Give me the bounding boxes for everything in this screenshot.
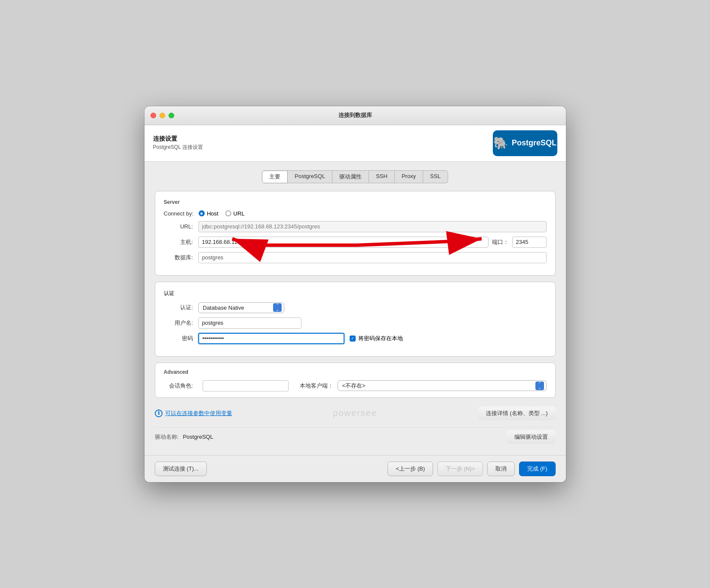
- host-label: 主机:: [164, 238, 198, 246]
- tab-ssl[interactable]: SSL: [423, 170, 448, 183]
- bottom-bar: 测试连接 (T)... <上一步 (B) 下一步 (N)> 取消 完成 (F): [144, 455, 566, 482]
- url-label: URL:: [164, 223, 198, 230]
- bottom-right: <上一步 (B) 下一步 (N)> 取消 完成 (F): [387, 462, 555, 476]
- radio-host-item[interactable]: Host: [199, 210, 218, 217]
- username-input[interactable]: [198, 317, 301, 329]
- auth-select-wrapper: Database Native Kerberos No auth ⌃ ⌄: [198, 302, 284, 313]
- auth-select[interactable]: Database Native Kerberos No auth: [198, 302, 284, 313]
- footer-links: ℹ 可以在连接参数中使用变量 powersee 连接详情 (名称、类型 ...): [155, 404, 556, 423]
- radio-url-label: URL: [234, 210, 245, 217]
- finish-button[interactable]: 完成 (F): [519, 462, 555, 476]
- password-row: 密码 ✓ 将密码保存在本地: [164, 333, 547, 344]
- test-connection-button[interactable]: 测试连接 (T)...: [155, 462, 207, 476]
- check-icon: ✓: [351, 336, 354, 341]
- save-password-row: ✓ 将密码保存在本地: [350, 335, 403, 342]
- tab-main[interactable]: 主要: [262, 170, 288, 183]
- radio-url-circle[interactable]: [225, 210, 231, 216]
- database-label: 数据库:: [164, 254, 198, 262]
- header-section-title: 连接设置: [153, 135, 203, 143]
- connect-by-label: Connect by:: [164, 210, 199, 217]
- connect-by-radio-group: Host URL: [199, 210, 245, 217]
- port-input[interactable]: [512, 237, 547, 248]
- variables-link[interactable]: 可以在连接参数中使用变量: [165, 409, 232, 417]
- close-button[interactable]: [151, 113, 156, 118]
- url-row: URL:: [164, 221, 547, 232]
- tab-ssh[interactable]: SSH: [369, 170, 395, 183]
- username-label: 用户名:: [164, 319, 198, 327]
- tab-proxy[interactable]: Proxy: [395, 170, 423, 183]
- password-input[interactable]: [198, 333, 344, 344]
- connect-by-row: Connect by: Host URL: [164, 210, 547, 217]
- auth-type-row: 认证: Database Native Kerberos No auth ⌃ ⌄: [164, 302, 547, 313]
- watermark: powersee: [333, 408, 377, 418]
- auth-label: 认证:: [164, 304, 198, 311]
- prev-button[interactable]: <上一步 (B): [387, 462, 433, 476]
- local-client-select[interactable]: <不存在>: [338, 380, 547, 391]
- password-label: 密码: [164, 335, 198, 342]
- advanced-section-label: Advanced: [164, 369, 547, 375]
- save-password-label: 将密码保存在本地: [358, 335, 403, 342]
- info-link-row: ℹ 可以在连接参数中使用变量: [155, 409, 232, 417]
- title-bar: 连接到数据库: [144, 106, 566, 125]
- content-area: 主要 PostgreSQL 驱动属性 SSH Proxy SSL Server …: [144, 162, 566, 455]
- auth-section-label: 认证: [164, 290, 547, 297]
- local-client-label: 本地客户端：: [300, 382, 333, 390]
- main-window: 连接到数据库 连接设置 PostgreSQL 连接设置 🐘 PostgreSQL…: [144, 106, 566, 482]
- host-row: 主机: 端口：: [164, 237, 547, 248]
- logo-text: PostgreSQL: [512, 139, 556, 148]
- auth-panel: 认证 认证: Database Native Kerberos No auth …: [155, 282, 556, 357]
- maximize-button[interactable]: [169, 113, 174, 118]
- next-button[interactable]: 下一步 (N)>: [437, 462, 483, 476]
- info-icon: ℹ: [155, 409, 163, 417]
- tab-postgresql[interactable]: PostgreSQL: [288, 170, 332, 183]
- local-client-select-wrapper: <不存在> ⌃⌄: [338, 380, 547, 391]
- host-port-row: 端口：: [198, 237, 547, 248]
- traffic-lights: [151, 113, 174, 118]
- username-row: 用户名:: [164, 317, 547, 329]
- header-left: 连接设置 PostgreSQL 连接设置: [153, 135, 203, 151]
- header-area: 连接设置 PostgreSQL 连接设置 🐘 PostgreSQL: [144, 125, 566, 162]
- cancel-button[interactable]: 取消: [487, 462, 515, 476]
- session-role-label: 会话角色:: [164, 382, 198, 390]
- connection-detail-button[interactable]: 连接详情 (名称、类型 ...): [478, 406, 556, 420]
- tabs-container: 主要 PostgreSQL 驱动属性 SSH Proxy SSL: [155, 170, 556, 183]
- database-row: 数据库:: [164, 252, 547, 263]
- edit-driver-button[interactable]: 编辑驱动设置: [507, 430, 556, 444]
- save-password-checkbox[interactable]: ✓: [350, 336, 356, 342]
- minimize-button[interactable]: [160, 113, 165, 118]
- radio-url-item[interactable]: URL: [225, 210, 245, 217]
- host-input[interactable]: [198, 237, 489, 248]
- server-section-label: Server: [164, 199, 547, 205]
- postgresql-icon: 🐘: [493, 136, 508, 150]
- radio-host-label: Host: [207, 210, 218, 217]
- session-role-input[interactable]: [203, 380, 289, 391]
- port-label: 端口：: [492, 238, 509, 246]
- header-sub-title: PostgreSQL 连接设置: [153, 144, 203, 151]
- window-title: 连接到数据库: [338, 111, 372, 119]
- driver-label: 驱动名称:: [155, 433, 179, 441]
- tab-driver-properties[interactable]: 驱动属性: [332, 170, 369, 183]
- server-panel: Server Connect by: Host URL: [155, 191, 556, 276]
- advanced-row: 会话角色: 本地客户端： <不存在> ⌃⌄: [164, 380, 547, 391]
- header-logo: 🐘 PostgreSQL: [493, 130, 557, 156]
- database-input[interactable]: [198, 252, 547, 263]
- driver-row: 驱动名称: PostgreSQL 编辑驱动设置: [155, 427, 556, 446]
- driver-name: PostgreSQL: [183, 434, 502, 440]
- url-input[interactable]: [198, 221, 547, 232]
- bottom-left: 测试连接 (T)...: [155, 462, 207, 476]
- advanced-panel: Advanced 会话角色: 本地客户端： <不存在> ⌃⌄: [155, 363, 556, 398]
- radio-host-circle[interactable]: [199, 210, 205, 216]
